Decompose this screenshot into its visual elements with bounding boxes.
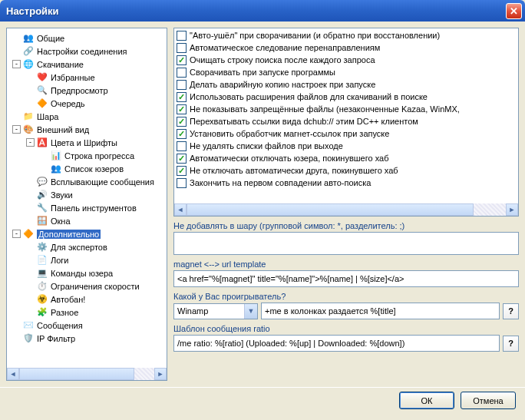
tree-item[interactable]: 👥Общие — [8, 31, 165, 45]
check-row[interactable]: Делать аварийную копию настроек при запу… — [175, 78, 517, 91]
ratio-help-button[interactable]: ? — [503, 336, 519, 352]
scroll-right-icon[interactable]: ► — [154, 368, 167, 380]
tree-item-label: Разное — [51, 308, 78, 317]
tree-item[interactable]: ✉️Сообщения — [8, 319, 165, 332]
scroll-thumb[interactable] — [187, 203, 474, 216]
tree-item-label: Шара — [37, 112, 58, 121]
tree-item-icon: 📁 — [22, 111, 35, 123]
tree-item[interactable]: 💻Команды юзера — [8, 266, 165, 279]
check-row[interactable]: ✓Очищать строку поиска после каждого зап… — [175, 54, 517, 66]
player-label: Какой у Вас проигрыватель? — [173, 292, 519, 301]
chevron-down-icon: ▼ — [244, 304, 257, 319]
player-select-value: Winamp — [174, 306, 244, 316]
tree-item-label: Для экспертов — [51, 243, 107, 252]
player-help-button[interactable]: ? — [503, 303, 519, 319]
check-row[interactable]: ✓Перехватывать ссылки вида dchub:// этим… — [175, 115, 517, 127]
check-label: Автоматическое следование перенаправлени… — [190, 43, 380, 52]
checkbox[interactable] — [177, 31, 187, 41]
checkbox[interactable]: ✓ — [177, 129, 187, 139]
tree-item-label: Скачивание — [37, 60, 84, 69]
tree-item-label: Общие — [37, 34, 64, 43]
tree-item[interactable]: 💬Всплывающие сообщения — [8, 175, 165, 188]
check-row[interactable]: ✓Использовать расширения файлов для скач… — [175, 91, 517, 103]
checkbox[interactable]: ✓ — [177, 117, 187, 127]
player-select[interactable]: Winamp ▼ — [173, 303, 258, 319]
magnet-template-input[interactable] — [173, 270, 519, 287]
tree-item-label: Звуки — [51, 190, 73, 200]
ok-button[interactable]: ОК — [399, 392, 454, 409]
checkbox[interactable] — [177, 178, 187, 188]
checkbox[interactable] — [177, 43, 187, 53]
player-command-input[interactable] — [261, 303, 500, 319]
tree-item[interactable]: 🔊Звуки — [8, 188, 165, 201]
checkbox[interactable] — [177, 80, 187, 90]
dialog-footer: ОК Отмена — [0, 387, 525, 413]
tree-item[interactable]: 🔶Очередь — [8, 97, 165, 110]
tree-scrollbar[interactable]: ◄ ► — [7, 368, 167, 380]
titlebar: Настройки ✕ — [0, 0, 525, 21]
check-row[interactable]: Закончить на первом совпадении авто-поис… — [175, 177, 517, 189]
tree-item[interactable]: 🪟Окна — [8, 214, 165, 227]
tree-item-label: Автобан! — [51, 295, 85, 304]
checkbox[interactable]: ✓ — [177, 55, 187, 65]
scroll-thumb[interactable] — [19, 368, 134, 380]
cancel-button[interactable]: Отмена — [461, 392, 516, 409]
checkbox[interactable]: ✓ — [177, 166, 187, 176]
check-row[interactable]: ✓Автоматически отключать юзера, покинувш… — [175, 152, 517, 164]
tree-item[interactable]: 🛡️IP Фильтр — [8, 332, 165, 345]
tree-item[interactable]: ❤️Избранные — [8, 71, 165, 84]
tree-item-icon: 📊 — [50, 150, 62, 162]
check-row[interactable]: "Авто-ушёл" при сворачивании (и обратно … — [175, 29, 517, 41]
tree-item-icon: 🔍 — [36, 84, 48, 97]
tree-item[interactable]: 👥Список юзеров — [8, 162, 165, 175]
tree-item[interactable]: 📊Строка прогресса — [8, 149, 165, 162]
check-row[interactable]: ✓Не показывать запрещённые файлы (незако… — [175, 103, 517, 115]
tree-item-icon: 🔗 — [22, 45, 35, 58]
tree-item-icon: 🪟 — [36, 215, 48, 227]
ratio-template-input[interactable] — [173, 335, 500, 352]
checkbox[interactable] — [177, 141, 187, 151]
tree-item[interactable]: ⏱️Ограничения скорости — [8, 279, 165, 293]
tree-item-label: Внешний вид — [37, 125, 89, 134]
check-row[interactable]: Не удалять списки файлов при выходе — [175, 140, 517, 152]
tree-item[interactable]: 🔍Предпросмотр — [8, 84, 165, 97]
tree-item-label: Избранные — [51, 73, 95, 82]
tree-item[interactable]: ⚙️Для экспертов — [8, 240, 165, 253]
tree-item-icon: ☣️ — [36, 293, 48, 306]
tree-item-icon: 👥 — [22, 32, 35, 45]
tree-item-icon: 📄 — [36, 254, 48, 266]
check-row[interactable]: Автоматическое следование перенаправлени… — [175, 41, 517, 54]
checkbox[interactable]: ✓ — [177, 104, 187, 114]
tree-item-icon: ✉️ — [22, 319, 35, 332]
share-exclude-input[interactable] — [173, 232, 519, 255]
tree-item[interactable]: -🅰️Цвета и Шрифты — [8, 136, 165, 149]
checkbox[interactable]: ✓ — [177, 92, 187, 102]
checklist-scrollbar[interactable]: ◄ ► — [174, 203, 518, 216]
scroll-right-icon[interactable]: ► — [506, 203, 518, 216]
check-row[interactable]: ✓Установить обработчик магнет-ссылок при… — [175, 127, 517, 140]
tree-item[interactable]: 📁Шара — [8, 110, 165, 123]
tree-toggle[interactable]: - — [26, 138, 35, 147]
check-row[interactable]: ✓Не отключать автоматически друга, покин… — [175, 164, 517, 177]
tree-item[interactable]: 📄Логи — [8, 253, 165, 266]
tree-item[interactable]: 🔧Панель инструментов — [8, 201, 165, 214]
tree-toggle[interactable]: - — [12, 230, 21, 238]
tree-item[interactable]: -🔶Дополнительно — [8, 227, 165, 240]
scroll-left-icon[interactable]: ◄ — [7, 368, 19, 380]
tree-item-icon: 🎨 — [22, 124, 35, 136]
tree-item-label: Дополнительно — [37, 230, 101, 239]
tree-item[interactable]: -🎨Внешний вид — [8, 123, 165, 136]
check-row[interactable]: Сворачивать при запуске программы — [175, 66, 517, 78]
checkbox[interactable]: ✓ — [177, 154, 187, 164]
tree-toggle[interactable]: - — [12, 60, 21, 68]
check-label: Автоматически отключать юзера, покинувше… — [190, 154, 388, 163]
tree-item[interactable]: ☣️Автобан! — [8, 293, 165, 306]
tree-item[interactable]: 🧩Разное — [8, 306, 165, 319]
checkbox[interactable] — [177, 68, 187, 78]
tree-toggle[interactable]: - — [12, 125, 21, 134]
tree-item[interactable]: -🌐Скачивание — [8, 58, 165, 71]
check-label: Сворачивать при запуске программы — [190, 68, 335, 77]
tree-item[interactable]: 🔗Настройки соединения — [8, 45, 165, 58]
close-button[interactable]: ✕ — [506, 3, 522, 19]
scroll-left-icon[interactable]: ◄ — [174, 203, 187, 216]
